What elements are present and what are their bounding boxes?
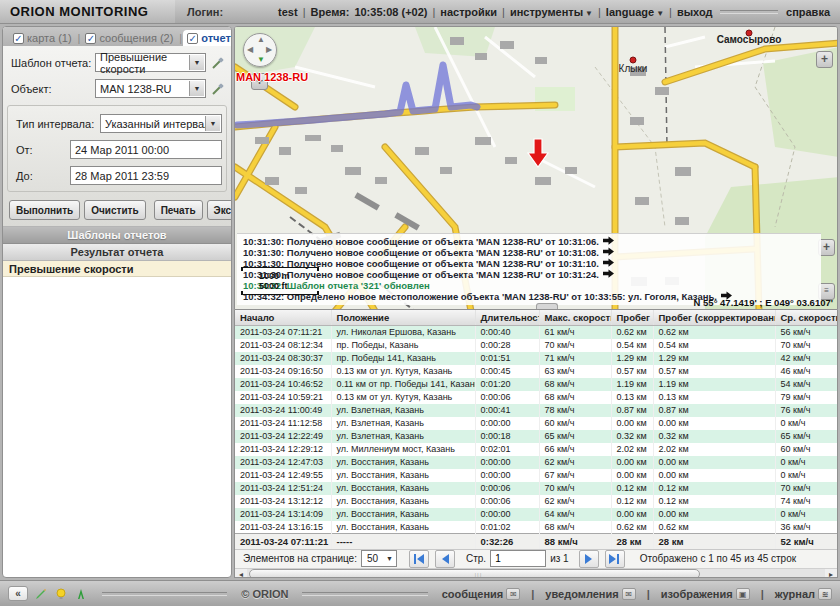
divider (302, 592, 427, 596)
map-zoom-in-right-button[interactable]: + (816, 51, 833, 68)
col-location[interactable]: Положение (331, 310, 475, 326)
separator: | (647, 588, 650, 600)
menu-logout[interactable]: выход (677, 6, 713, 18)
edit-object-tool-icon[interactable] (209, 80, 227, 98)
tab-3[interactable]: ✓отчеты (3) (183, 30, 232, 46)
footer-link-messages[interactable]: сообщения✉ (442, 588, 521, 600)
menu-tools[interactable]: инструменты▼ (510, 6, 593, 18)
table-cell: 63 км/ч (539, 365, 611, 378)
log-message: 10:31:30: Получено новое сообщение от об… (243, 236, 817, 247)
table-row[interactable]: 2011-03-24 12:47:03ул. Восстания, Казань… (235, 456, 838, 469)
table-row[interactable]: 2011-03-24 12:29:12ул. Миллениум мост, К… (235, 443, 838, 456)
clear-button[interactable]: Очистить (84, 200, 145, 220)
antenna-icon[interactable] (74, 587, 88, 601)
map-pan-control[interactable]: ▲ ◀ ▶ ▼ (243, 33, 277, 67)
scrollbar-thumb[interactable]: ⁞⁞⁞ (249, 569, 700, 579)
from-date-input[interactable] (70, 140, 222, 159)
table-cell: 0 км/ч (775, 469, 838, 482)
table-cell: 78 км/ч (539, 404, 611, 417)
menu-language[interactable]: language▼ (606, 6, 664, 18)
table-row[interactable]: 2011-03-24 10:59:210.13 км от ул. Кутуя,… (235, 391, 838, 404)
table-cell: 1.19 км (611, 378, 653, 391)
table-row[interactable]: 2011-03-24 13:16:15ул. Восстания, Казань… (235, 521, 838, 534)
tab-checkbox[interactable]: ✓ (85, 33, 96, 44)
scrollbar-track[interactable]: ⁞⁞⁞ (247, 569, 825, 579)
pan-down-icon[interactable]: ▼ (257, 55, 265, 64)
table-cell: 0.12 км (611, 495, 653, 508)
scroll-right-icon[interactable]: ▸ (825, 570, 837, 579)
summary-cell: ----- (331, 534, 475, 549)
table-cell: 0:00:28 (475, 339, 539, 352)
table-row[interactable]: 2011-03-24 07:11:21ул. Николая Ершова, К… (235, 326, 838, 339)
to-date-input[interactable] (70, 166, 222, 185)
table-row[interactable]: 2011-03-24 08:30:37пр. Победы 141, Казан… (235, 352, 838, 365)
report-template-select[interactable]: Превышение скорости ▼ (95, 53, 206, 72)
export-button[interactable]: Экспорт в файл (207, 200, 232, 220)
pencil-icon[interactable] (34, 587, 48, 601)
map-coordinates: N 55° 47.1419' ; E 049° 03.6107' (694, 297, 833, 308)
edit-template-tool-icon[interactable] (209, 54, 227, 72)
object-select[interactable]: MAN 1238-RU ▼ (95, 79, 206, 98)
table-row[interactable]: 2011-03-24 13:14:09ул. Восстания, Казань… (235, 508, 838, 521)
table-row[interactable]: 2011-03-24 10:46:520.11 км от пр. Победы… (235, 378, 838, 391)
table-row[interactable]: 2011-03-24 12:49:55ул. Восстания, Казань… (235, 469, 838, 482)
next-page-button[interactable] (579, 550, 599, 568)
selected-report-item[interactable]: Превышение скорости (3, 261, 231, 277)
col-max-speed[interactable]: Макс. скорость (539, 310, 611, 326)
table-row[interactable]: 2011-03-24 12:51:24ул. Восстания, Казань… (235, 482, 838, 495)
footer-link-notifications[interactable]: уведомления✉ (545, 588, 635, 600)
table-row[interactable]: 2011-03-24 13:12:12ул. Восстания, Казань… (235, 495, 838, 508)
report-table-body: 2011-03-24 07:11:21ул. Николая Ершова, К… (235, 326, 838, 534)
col-avg-speed[interactable]: Ср. скорость (775, 310, 838, 326)
tab-checkbox[interactable]: ✓ (13, 33, 24, 44)
menu-help[interactable]: справка (786, 6, 830, 18)
pan-left-icon[interactable]: ◀ (247, 45, 253, 54)
table-row[interactable]: 2011-03-24 11:12:58ул. Взлетная, Казань0… (235, 417, 838, 430)
arrow-right-icon[interactable] (603, 247, 614, 258)
table-row[interactable]: 2011-03-24 08:12:34пр. Победы, Казань0:0… (235, 339, 838, 352)
tab-1[interactable]: ✓карта (1) (9, 30, 77, 46)
menu-settings[interactable]: настройки (440, 6, 497, 18)
tab-checkbox[interactable]: ✓ (187, 33, 198, 44)
section-report-result[interactable]: Результат отчета (3, 244, 231, 261)
table-cell: 0.32 км (653, 430, 775, 443)
table-row[interactable]: 2011-03-24 12:22:49ул. Взлетная, Казань0… (235, 430, 838, 443)
map-panel[interactable]: Самосырово Клыки ▲ ◀ ▶ ▼ + + + ≡ MAN 123… (234, 26, 838, 310)
last-page-button[interactable] (605, 550, 625, 568)
footer-link-images[interactable]: изображения▣ (661, 588, 750, 600)
arrow-right-icon[interactable] (603, 236, 614, 247)
col-start[interactable]: Начало (235, 310, 331, 326)
table-cell: 0 км/ч (775, 508, 838, 521)
log-collapse-handle[interactable] (536, 303, 558, 309)
scroll-left-icon[interactable]: ◂ (235, 570, 247, 579)
col-duration[interactable]: Длительность (475, 310, 539, 326)
separator: | (432, 6, 435, 18)
table-cell: 68 км/ч (539, 378, 611, 391)
table-row[interactable]: 2011-03-24 09:16:500.13 км от ул. Кутуя,… (235, 365, 838, 378)
bulb-icon[interactable] (54, 587, 68, 601)
first-page-button[interactable] (409, 550, 429, 568)
tab-2[interactable]: ✓сообщения (2) (81, 30, 178, 46)
page-number-input[interactable] (490, 550, 546, 567)
print-button[interactable]: Печать (154, 200, 203, 220)
table-cell: 0.62 км (611, 326, 653, 339)
run-button[interactable]: Выполнить (9, 200, 80, 220)
horizontal-scrollbar[interactable]: ◂ ⁞⁞⁞ ▸ (235, 568, 837, 579)
table-cell: 0.12 км (611, 482, 653, 495)
footer-link-journal[interactable]: журнал≋ (775, 588, 832, 600)
prev-page-button[interactable] (435, 550, 455, 568)
pan-right-icon[interactable]: ▶ (266, 45, 272, 54)
arrow-right-icon[interactable] (603, 258, 614, 269)
arrow-right-icon[interactable] (603, 269, 614, 280)
pan-up-icon[interactable]: ▲ (257, 35, 265, 44)
collapse-sidebar-button[interactable]: « (8, 586, 28, 601)
table-cell: 0.13 км (611, 391, 653, 404)
table-row[interactable]: 2011-03-24 11:00:49ул. Взлетная, Казань0… (235, 404, 838, 417)
interval-type-select[interactable]: Указанный интервал ▼ (100, 114, 222, 133)
col-mileage-corrected[interactable]: Пробег (скорректированный) (653, 310, 775, 326)
chevron-down-icon: ▼ (585, 9, 593, 18)
col-mileage[interactable]: Пробег (611, 310, 653, 326)
per-page-select[interactable]: 50 ▼ (361, 550, 397, 567)
table-cell: ул. Миллениум мост, Казань (331, 443, 475, 456)
section-report-templates[interactable]: Шаблоны отчетов (3, 227, 231, 244)
